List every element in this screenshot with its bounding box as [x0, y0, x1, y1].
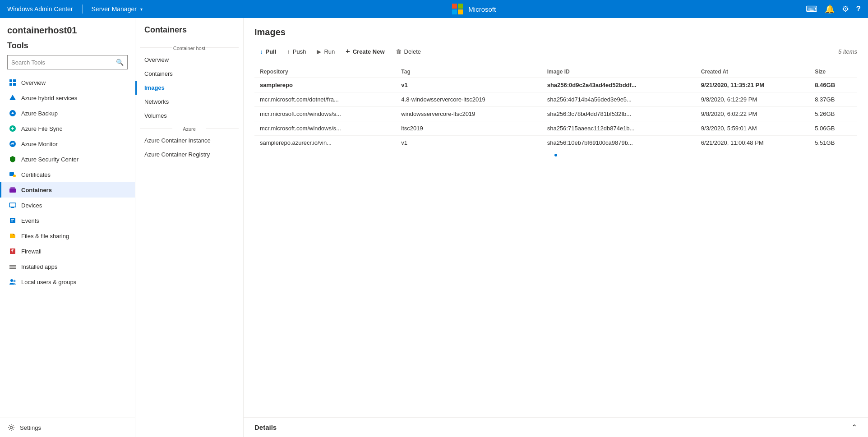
- sidebar-item-installed-apps[interactable]: Installed apps: [0, 259, 135, 274]
- sidebar-item-events[interactable]: Events: [0, 213, 135, 228]
- push-icon: ↑: [287, 48, 290, 55]
- panel-nav-aci-label: Azure Container Instance: [144, 137, 211, 144]
- delete-button[interactable]: 🗑 Delete: [390, 46, 427, 58]
- table-cell: ltsc2019: [396, 121, 541, 136]
- sidebar-item-label: Containers: [21, 187, 52, 193]
- table-cell: 4.8-windowsservercore-ltsc2019: [396, 92, 541, 107]
- panel-nav-overview[interactable]: Overview: [135, 53, 243, 67]
- sidebar-item-label: Devices: [21, 202, 42, 209]
- details-section[interactable]: Details: [244, 417, 868, 437]
- table-cell: 5.51GB: [809, 136, 857, 150]
- svg-rect-2: [9, 83, 12, 86]
- sidebar-item-label: Files & file sharing: [21, 233, 69, 239]
- svg-point-9: [13, 175, 16, 177]
- table-cell: sha256:3c78bd4dd781bf532fb...: [542, 107, 696, 121]
- sidebar-item-azure-hybrid[interactable]: Azure hybrid services: [0, 90, 135, 106]
- table-row[interactable]: mcr.microsoft.com/windows/s...ltsc2019sh…: [254, 121, 857, 136]
- sidebar-item-azure-file-sync[interactable]: Azure File Sync: [0, 121, 135, 136]
- create-new-icon: +: [346, 47, 350, 55]
- gear-icon[interactable]: ⚙: [842, 4, 849, 14]
- svg-point-19: [10, 279, 13, 282]
- terminal-icon[interactable]: ⌨: [806, 4, 817, 14]
- sidebar-item-label: Firewall: [21, 248, 42, 255]
- bell-icon[interactable]: 🔔: [825, 4, 835, 14]
- table-row[interactable]: samplerepov1sha256:0d9c2a43ad4ed52bddf..…: [254, 78, 857, 92]
- sidebar-item-certificates[interactable]: Certificates: [0, 167, 135, 182]
- collapse-icon[interactable]: [851, 423, 857, 432]
- table-cell: 9/21/2020, 11:35:21 PM: [696, 78, 809, 92]
- panel-title: Containers: [135, 25, 243, 42]
- table-row[interactable]: samplerepo.azurecr.io/vin...v1sha256:10e…: [254, 136, 857, 150]
- panel-nav-networks-label: Networks: [144, 98, 169, 105]
- topbar-left: Windows Admin Center Server Manager ▾: [7, 5, 143, 14]
- svg-rect-18: [9, 268, 16, 269]
- panel-nav-images[interactable]: Images: [135, 81, 243, 95]
- sidebar-item-containers[interactable]: Containers: [0, 182, 135, 198]
- content-area: Images ↓ Pull ↑ Push ▶ Run + Create New: [244, 18, 868, 437]
- images-table-wrap: Repository Tag Image ID Created At Size …: [254, 66, 857, 417]
- svg-rect-1: [13, 79, 16, 82]
- containers-icon: [9, 186, 17, 194]
- panel-nav-acr-label: Azure Container Registry: [144, 151, 210, 158]
- svg-rect-11: [10, 187, 15, 189]
- topbar: Windows Admin Center Server Manager ▾ Mi…: [0, 0, 868, 18]
- sidebar-item-azure-monitor[interactable]: Azure Monitor: [0, 136, 135, 152]
- panel-nav-containers[interactable]: Containers: [135, 67, 243, 81]
- sidebar-item-firewall[interactable]: Firewall: [0, 244, 135, 259]
- sidebar-item-label: Overview: [21, 79, 46, 86]
- sidebar-settings[interactable]: Settings: [0, 418, 135, 437]
- svg-rect-12: [9, 203, 16, 207]
- topbar-right: ⌨ 🔔 ⚙ ?: [806, 4, 861, 14]
- col-created-at[interactable]: Created At: [696, 66, 809, 78]
- sidebar-item-label: Installed apps: [21, 263, 57, 270]
- azure-hybrid-icon: [9, 94, 17, 102]
- search-icon[interactable]: 🔍: [116, 59, 124, 66]
- table-cell: 8.37GB: [809, 92, 857, 107]
- topbar-center: Microsoft: [143, 4, 806, 14]
- svg-marker-4: [9, 95, 16, 100]
- search-input[interactable]: [11, 59, 116, 66]
- table-cell: 5.06GB: [809, 121, 857, 136]
- sidebar-item-overview[interactable]: Overview: [0, 75, 135, 90]
- col-tag[interactable]: Tag: [396, 66, 541, 78]
- sidebar-item-devices[interactable]: Devices: [0, 198, 135, 213]
- sidebar-item-azure-security[interactable]: Azure Security Center: [0, 152, 135, 167]
- panel-nav-volumes[interactable]: Volumes: [135, 109, 243, 123]
- table-cell: mcr.microsoft.com/windows/s...: [254, 107, 396, 121]
- table-cell: 9/3/2020, 5:59:01 AM: [696, 121, 809, 136]
- sidebar-item-azure-backup[interactable]: Azure Backup: [0, 106, 135, 121]
- main-layout: containerhost01 Tools 🔍 Overview Azure h…: [0, 18, 868, 437]
- hostname: containerhost01: [7, 25, 128, 36]
- svg-point-21: [10, 427, 13, 429]
- run-icon: ▶: [317, 48, 321, 55]
- table-cell: sha256:0d9c2a43ad4ed52bddf...: [542, 78, 696, 92]
- create-new-button[interactable]: + Create New: [340, 45, 390, 58]
- col-size[interactable]: Size: [809, 66, 857, 78]
- sidebar-item-local-users[interactable]: Local users & groups: [0, 274, 135, 290]
- panel-nav-azure-container-registry[interactable]: Azure Container Registry: [135, 147, 243, 161]
- table-row[interactable]: mcr.microsoft.com/dotnet/fra...4.8-windo…: [254, 92, 857, 107]
- toolbar: ↓ Pull ↑ Push ▶ Run + Create New 🗑 De: [254, 45, 857, 62]
- panel-nav-networks[interactable]: Networks: [135, 95, 243, 109]
- items-count: 5 items: [838, 48, 857, 55]
- push-button[interactable]: ↑ Push: [282, 46, 311, 58]
- pull-button[interactable]: ↓ Pull: [254, 46, 282, 58]
- svg-rect-14: [10, 218, 15, 223]
- svg-rect-16: [9, 265, 16, 266]
- col-image-id[interactable]: Image ID: [542, 66, 696, 78]
- table-row[interactable]: mcr.microsoft.com/windows/s...windowsser…: [254, 107, 857, 121]
- server-manager-dropdown[interactable]: Server Manager ▾: [92, 5, 143, 13]
- panel-nav-azure-container-instance[interactable]: Azure Container Instance: [135, 133, 243, 147]
- app-name: Windows Admin Center: [7, 5, 73, 13]
- images-table: Repository Tag Image ID Created At Size …: [254, 66, 857, 150]
- col-repository[interactable]: Repository: [254, 66, 396, 78]
- files-icon: [9, 232, 17, 240]
- svg-point-20: [14, 280, 16, 282]
- sidebar-item-label: Local users & groups: [21, 279, 76, 285]
- table-cell: 6/21/2020, 11:00:48 PM: [696, 136, 809, 150]
- help-icon[interactable]: ?: [856, 5, 861, 14]
- tools-label: Tools: [7, 41, 128, 51]
- sidebar-item-files[interactable]: Files & file sharing: [0, 228, 135, 244]
- run-button[interactable]: ▶ Run: [311, 46, 340, 58]
- sidebar-item-label: Azure hybrid services: [21, 95, 77, 101]
